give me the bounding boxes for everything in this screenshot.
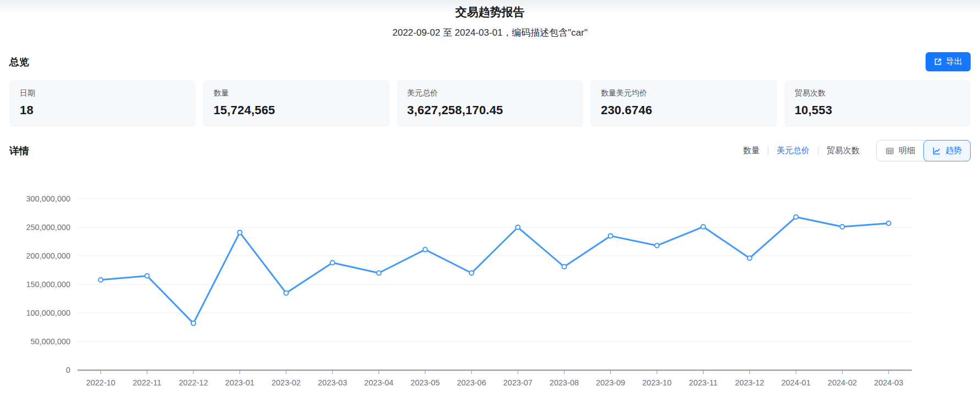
data-point-marker[interactable] [655, 243, 659, 248]
export-button-label: 导出 [946, 57, 962, 67]
card-label: 日期 [20, 88, 185, 98]
card-label: 数量 [213, 88, 379, 98]
x-axis-tick-label: 2023-10 [643, 378, 672, 387]
export-icon [934, 58, 942, 66]
x-axis-tick-label: 2023-02 [272, 378, 301, 387]
summary-card-avg-usd-price: 数量美元均价 230.6746 [590, 80, 777, 127]
data-point-marker[interactable] [840, 225, 844, 229]
x-axis-tick-label: 2023-09 [596, 378, 625, 387]
view-toggle-trend-button[interactable]: 趋势 [923, 140, 971, 161]
data-point-marker[interactable] [887, 221, 891, 226]
metric-tabs: 数量 美元总价 贸易次数 [743, 145, 860, 156]
summary-cards: 日期 18 数量 15,724,565 美元总价 3,627,258,170.4… [0, 80, 980, 127]
data-point-marker[interactable] [701, 225, 705, 229]
trend-line [101, 217, 888, 323]
view-toggle-detail-button[interactable]: 明细 [877, 141, 924, 161]
card-value: 3,627,258,170.45 [407, 103, 573, 117]
view-toggle-detail-label: 明细 [899, 145, 915, 156]
details-controls: 数量 美元总价 贸易次数 [743, 140, 971, 161]
report-subtitle: 2022-09-02 至 2024-03-01，编码描述包含"car" [0, 26, 980, 39]
x-axis-tick-label: 2023-07 [503, 378, 533, 387]
summary-card-quantity: 数量 15,724,565 [203, 80, 389, 127]
details-section: 详情 数量 美元总价 贸易次数 [0, 140, 980, 161]
report-header: 交易趋势报告 2022-09-02 至 2024-03-01，编码描述包含"ca… [0, 0, 980, 39]
y-axis-tick-label: 200,000,000 [26, 251, 70, 260]
card-value: 15,724,565 [213, 103, 379, 117]
data-point-marker[interactable] [516, 225, 520, 229]
x-axis-tick-label: 2022-10 [86, 378, 115, 387]
y-axis-tick-label: 50,000,000 [31, 337, 71, 346]
x-axis-tick-label: 2023-11 [689, 378, 717, 387]
data-point-marker[interactable] [748, 256, 752, 260]
data-point-marker[interactable] [469, 271, 474, 275]
x-axis-tick-label: 2023-01 [225, 378, 254, 387]
table-icon [885, 147, 894, 155]
data-point-marker[interactable] [794, 215, 798, 219]
view-toggle: 明细 趋势 [876, 140, 971, 161]
y-axis-tick-label: 300,000,000 [26, 194, 70, 203]
data-point-marker[interactable] [237, 230, 242, 234]
data-point-marker[interactable] [330, 261, 335, 265]
overview-section: 总览 导出 日期 18 数量 15,724,565 [0, 52, 980, 127]
x-axis-tick-label: 2023-04 [364, 378, 394, 387]
tab-divider [768, 147, 768, 155]
summary-card-date: 日期 18 [9, 80, 196, 127]
data-point-marker[interactable] [377, 271, 381, 275]
metric-tab-usd-total[interactable]: 美元总价 [777, 145, 810, 156]
x-axis-tick-label: 2023-03 [318, 378, 347, 387]
card-label: 美元总价 [407, 88, 573, 98]
chart-container: 050,000,000100,000,000150,000,000200,000… [0, 190, 980, 397]
metric-tab-quantity[interactable]: 数量 [743, 145, 760, 156]
x-axis-tick-label: 2023-05 [411, 378, 440, 387]
details-section-title: 详情 [9, 144, 29, 158]
tab-divider [818, 147, 818, 155]
data-point-marker[interactable] [191, 321, 196, 326]
data-point-marker[interactable] [145, 273, 150, 278]
x-axis-tick-label: 2023-06 [457, 378, 486, 387]
data-point-marker[interactable] [423, 248, 428, 252]
card-value: 230.6746 [601, 103, 766, 117]
x-axis-tick-label: 2024-02 [828, 378, 857, 387]
card-label: 贸易次数 [795, 88, 960, 98]
x-axis-tick-label: 2023-12 [735, 378, 764, 387]
summary-card-usd-total: 美元总价 3,627,258,170.45 [397, 80, 583, 127]
data-point-marker[interactable] [284, 291, 289, 295]
x-axis-tick-label: 2023-08 [550, 378, 579, 387]
metric-tab-trade-count[interactable]: 贸易次数 [827, 145, 860, 156]
y-axis-tick-label: 100,000,000 [26, 309, 70, 317]
data-point-marker[interactable] [98, 278, 103, 282]
x-axis-tick-label: 2022-11 [133, 378, 162, 387]
x-axis-tick-label: 2022-12 [179, 378, 208, 387]
card-value: 10,553 [795, 103, 960, 117]
trade-trend-report-page: 交易趋势报告 2022-09-02 至 2024-03-01，编码描述包含"ca… [0, 0, 980, 397]
y-axis-tick-label: 250,000,000 [26, 223, 70, 232]
x-axis-tick-label: 2024-03 [874, 378, 903, 387]
summary-card-trade-count: 贸易次数 10,553 [784, 80, 971, 127]
data-point-marker[interactable] [562, 265, 566, 269]
card-label: 数量美元均价 [601, 88, 766, 98]
y-axis-tick-label: 0 [66, 366, 70, 374]
trend-line-chart: 050,000,000100,000,000150,000,000200,000… [9, 190, 971, 397]
data-point-marker[interactable] [608, 234, 613, 238]
view-toggle-trend-label: 趋势 [945, 145, 962, 156]
trend-chart-icon [932, 147, 941, 155]
card-value: 18 [20, 103, 185, 117]
x-axis-tick-label: 2024-01 [781, 378, 810, 387]
export-button[interactable]: 导出 [926, 52, 971, 71]
y-axis-tick-label: 150,000,000 [26, 280, 70, 289]
overview-section-title: 总览 [9, 55, 29, 69]
page-title: 交易趋势报告 [0, 4, 980, 20]
